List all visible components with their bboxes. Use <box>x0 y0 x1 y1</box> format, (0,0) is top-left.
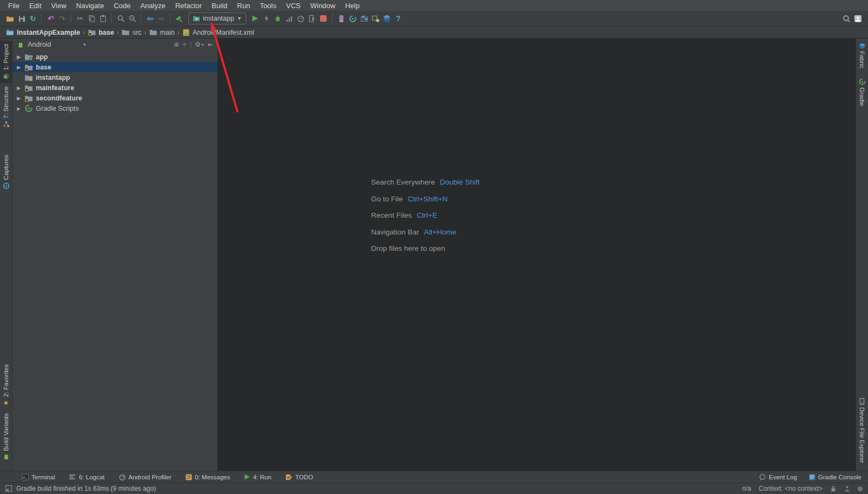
instantapp-module-folder-icon <box>24 74 33 81</box>
android-studio-window: File Edit View Navigate Code Analyze Ref… <box>0 0 868 494</box>
breadcrumb-base[interactable]: base <box>86 29 116 36</box>
avd-manager-icon[interactable] <box>336 12 347 24</box>
tree-row-mainfeature[interactable]: ▶ mainfeature <box>12 83 218 93</box>
paste-icon[interactable] <box>97 12 108 24</box>
tab-gradle-console[interactable]: Gradle Console <box>809 474 861 480</box>
search-icon[interactable] <box>841 12 852 24</box>
breadcrumb-main[interactable]: main <box>148 29 176 36</box>
tree-row-instantapp[interactable]: instantapp <box>12 72 218 83</box>
menu-navigate[interactable]: Navigate <box>71 1 108 11</box>
open-icon[interactable] <box>4 12 16 24</box>
tab-event-log[interactable]: Event Log <box>759 474 797 480</box>
view-selector[interactable]: Android <box>28 41 51 48</box>
gradle-ring-icon <box>859 78 866 85</box>
profiler-icon[interactable] <box>295 12 307 24</box>
sdk-manager-icon[interactable] <box>359 12 370 24</box>
tab-device-file-explorer[interactable]: Device File Explorer <box>856 395 868 466</box>
lock-icon[interactable] <box>830 485 837 492</box>
expand-arrow-icon[interactable]: ▶ <box>16 65 22 70</box>
context-indicator: Context: <no context> <box>759 485 822 492</box>
tab-fabric[interactable]: Fabric <box>856 40 868 72</box>
locate-icon[interactable]: ⊕ <box>174 41 179 48</box>
menu-help[interactable]: Help <box>340 1 365 11</box>
menu-run[interactable]: Run <box>232 1 255 11</box>
menu-bar: File Edit View Navigate Code Analyze Ref… <box>0 0 868 11</box>
tab-todo[interactable]: TODO <box>285 474 313 480</box>
tab-android-profiler[interactable]: Android Profiler <box>119 474 171 480</box>
attach-to-process-icon[interactable] <box>307 12 318 24</box>
sync-icon[interactable]: ↻ <box>27 12 39 24</box>
replace-icon[interactable] <box>126 12 138 24</box>
expand-arrow-icon[interactable]: ▶ <box>16 96 22 101</box>
forward-icon[interactable]: ⇨ <box>156 12 167 24</box>
tree-row-base[interactable]: ▶ base <box>12 62 218 72</box>
menu-view[interactable]: View <box>46 1 71 11</box>
menu-file[interactable]: File <box>3 1 24 11</box>
build-hammer-icon[interactable] <box>174 12 185 24</box>
shortcut-row: Recent FilesCtrl+E <box>371 207 480 224</box>
attach-debugger-to-android-icon[interactable] <box>370 12 381 24</box>
breadcrumb-src[interactable]: src <box>120 29 143 36</box>
user-icon[interactable] <box>852 12 864 24</box>
gradle-sync-icon[interactable] <box>347 12 359 24</box>
tab-gradle[interactable]: Gradle <box>856 75 868 110</box>
cut-icon[interactable]: ✂ <box>74 12 86 24</box>
collapse-all-icon[interactable]: ÷ <box>182 40 187 49</box>
chevron-down-icon[interactable]: ▼ <box>82 42 87 47</box>
menu-build[interactable]: Build <box>207 1 232 11</box>
save-icon[interactable] <box>16 12 27 24</box>
tab-favorites[interactable]: 2: Favorites ★ <box>0 361 12 410</box>
expand-arrow-icon[interactable]: ▶ <box>16 54 22 60</box>
menu-window[interactable]: Window <box>305 1 340 11</box>
debug-icon[interactable] <box>272 12 284 24</box>
tab-build-variants[interactable]: Build Variants <box>0 410 12 463</box>
event-log-balloon-icon <box>759 474 766 480</box>
tab-run[interactable]: 4: Run <box>244 474 271 480</box>
drop-hint: Drop files here to open <box>371 240 480 257</box>
toggle-tool-windows-icon[interactable] <box>5 485 12 492</box>
gradle-icon <box>24 104 33 112</box>
favorites-star-icon: ★ <box>3 399 9 407</box>
project-structure-icon[interactable] <box>381 12 393 24</box>
gear-icon[interactable]: ⚙▼ <box>195 41 205 48</box>
tab-messages[interactable]: 0: Messages <box>186 474 230 480</box>
menu-vcs[interactable]: VCS <box>281 1 305 11</box>
run-config-label: instantapp <box>203 15 234 22</box>
notification-icon[interactable] <box>844 485 850 492</box>
profile-icon[interactable] <box>284 12 295 24</box>
copy-icon[interactable] <box>86 12 97 24</box>
tree-row-secondfeature[interactable]: ▶ secondfeature <box>12 93 218 103</box>
breadcrumb-manifest[interactable]: AndroidManifest.xml <box>181 29 256 36</box>
feature-module-folder-icon <box>24 94 33 102</box>
redo-icon[interactable]: ↷ <box>56 12 68 24</box>
tab-logcat[interactable]: 6: Logcat <box>69 474 104 480</box>
run-configuration-selector[interactable]: instantapp ▼ <box>188 12 246 24</box>
hide-panel-icon[interactable]: ⇤ <box>208 41 213 48</box>
toolbar-separator <box>41 14 42 23</box>
expand-arrow-icon[interactable]: ▶ <box>16 106 22 111</box>
expand-arrow-icon[interactable]: ▶ <box>16 85 22 91</box>
menu-refactor[interactable]: Refactor <box>170 1 207 11</box>
help-icon[interactable]: ? <box>393 12 404 24</box>
menu-edit[interactable]: Edit <box>24 1 46 11</box>
back-icon[interactable]: ⇦ <box>144 12 156 24</box>
apply-changes-icon[interactable] <box>261 12 272 24</box>
undo-icon[interactable]: ↶ <box>45 12 56 24</box>
menu-code[interactable]: Code <box>109 1 136 11</box>
tab-structure[interactable]: 7: Structure <box>0 83 12 131</box>
tree-row-gradle-scripts[interactable]: ▶ Gradle Scripts <box>12 103 218 113</box>
tab-terminal[interactable]: >_ Terminal <box>22 474 55 480</box>
tree-row-app[interactable]: ▶ app <box>12 52 218 62</box>
tab-project[interactable]: 1: Project <box>0 41 12 83</box>
breadcrumb-separator-icon: › <box>144 29 146 36</box>
run-icon[interactable] <box>250 12 261 24</box>
find-icon[interactable] <box>115 12 126 24</box>
editor-area[interactable]: Search EverywhereDouble Shift Go to File… <box>218 39 856 471</box>
stop-icon[interactable] <box>318 12 329 24</box>
menu-analyze[interactable]: Analyze <box>136 1 170 11</box>
inspector-icon[interactable] <box>858 486 863 491</box>
menu-tools[interactable]: Tools <box>255 1 281 11</box>
folder-icon <box>149 29 157 36</box>
breadcrumb-project[interactable]: InstantAppExample <box>4 29 82 36</box>
tab-captures[interactable]: Captures <box>0 151 12 193</box>
